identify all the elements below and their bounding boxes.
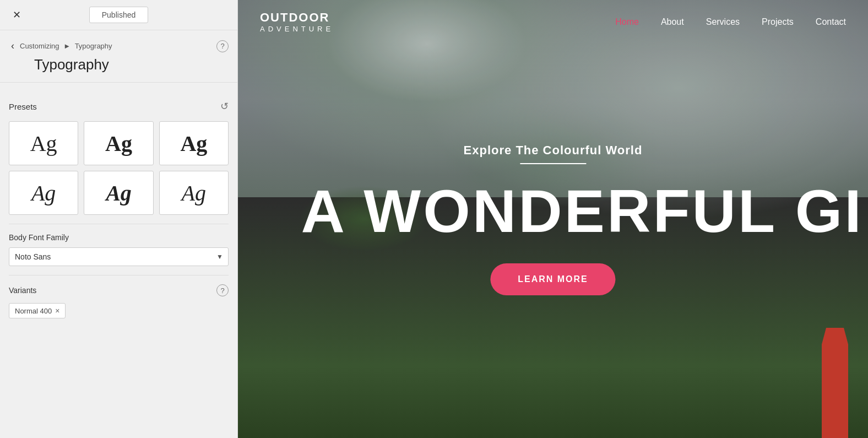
preset-card-1[interactable]: Ag	[9, 121, 78, 165]
preview-nav: OUTDOOR ADVENTURE Home About Services Pr…	[238, 0, 868, 44]
presets-header: Presets ↺	[9, 100, 229, 112]
preset-card-6[interactable]: Ag	[159, 171, 229, 215]
help-button[interactable]: ?	[216, 40, 229, 52]
back-button[interactable]: ‹	[9, 38, 17, 54]
back-icon: ‹	[11, 40, 14, 51]
hero-subtitle: Explore The Colourful World	[301, 143, 805, 158]
top-bar: ✕ Published	[0, 0, 237, 30]
panel-content: Presets ↺ Ag Ag Ag Ag Ag Ag Bo	[0, 91, 237, 327]
variants-header: Variants ?	[9, 284, 229, 296]
preset-card-2[interactable]: Ag	[84, 121, 153, 165]
reset-button[interactable]: ↺	[220, 100, 229, 112]
preset-letter-2: Ag	[105, 131, 132, 156]
font-section-divider	[9, 275, 229, 275]
section-divider	[0, 82, 237, 83]
font-select-wrapper: Noto Sans Roboto Open Sans Lato Montserr…	[9, 247, 229, 266]
close-button[interactable]: ✕	[9, 7, 24, 23]
breadcrumb-customizing: Customizing	[20, 42, 59, 50]
nav-link-about[interactable]: About	[661, 17, 684, 27]
variants-help-button[interactable]: ?	[216, 284, 229, 296]
hero-divider	[520, 163, 586, 164]
section-title: Typography	[9, 54, 229, 82]
presets-label: Presets	[9, 102, 37, 111]
font-family-select[interactable]: Noto Sans Roboto Open Sans Lato Montserr…	[9, 247, 229, 266]
close-icon: ✕	[13, 9, 21, 21]
breadcrumb-left: ‹ Customizing ► Typography	[9, 38, 112, 54]
breadcrumb-section: ‹ Customizing ► Typography ? Typography	[0, 30, 237, 82]
body-font-label: Body Font Family	[9, 233, 229, 242]
preset-letter-1: Ag	[30, 131, 57, 156]
variants-label: Variants	[9, 286, 36, 295]
logo-line1: OUTDOOR	[260, 10, 334, 25]
published-button[interactable]: Published	[89, 7, 149, 23]
breadcrumb-arrow: ►	[63, 42, 72, 50]
presets-section-divider	[9, 224, 229, 224]
logo-line2: ADVENTURE	[260, 25, 334, 34]
nav-link-home[interactable]: Home	[615, 17, 639, 27]
breadcrumb-typography: Typography	[75, 42, 112, 50]
preset-letter-3: Ag	[180, 131, 207, 156]
preset-card-5[interactable]: Ag	[84, 171, 153, 215]
hero-learn-more-button[interactable]: LEARN MORE	[490, 263, 616, 295]
preview-panel: OUTDOOR ADVENTURE Home About Services Pr…	[238, 0, 868, 438]
variant-tag-label: Normal 400	[15, 307, 52, 315]
breadcrumb-row: ‹ Customizing ► Typography ?	[9, 38, 229, 54]
preset-card-4[interactable]: Ag	[9, 171, 78, 215]
preset-card-3[interactable]: Ag	[159, 121, 229, 165]
nav-links: Home About Services Projects Contact	[615, 17, 846, 27]
preset-letter-4: Ag	[31, 180, 56, 206]
variant-tag-normal400[interactable]: Normal 400 ×	[9, 303, 66, 318]
nav-logo: OUTDOOR ADVENTURE	[260, 10, 334, 34]
nav-link-projects[interactable]: Projects	[762, 17, 794, 27]
nav-link-contact[interactable]: Contact	[816, 17, 846, 27]
hero-content: Explore The Colourful World A WONDERFUL …	[301, 143, 805, 295]
breadcrumb-text: Customizing ► Typography	[20, 42, 112, 50]
variant-remove-icon[interactable]: ×	[55, 306, 59, 315]
presets-grid: Ag Ag Ag Ag Ag Ag	[9, 121, 229, 215]
hero-title: A WONDERFUL GI	[301, 181, 805, 241]
left-panel: ✕ Published ‹ Customizing ► Typography ?…	[0, 0, 238, 438]
nav-link-services[interactable]: Services	[706, 17, 740, 27]
variant-tag-wrapper: Normal 400 ×	[9, 303, 229, 318]
preset-letter-5: Ag	[106, 180, 132, 206]
preset-letter-6: Ag	[182, 180, 206, 206]
